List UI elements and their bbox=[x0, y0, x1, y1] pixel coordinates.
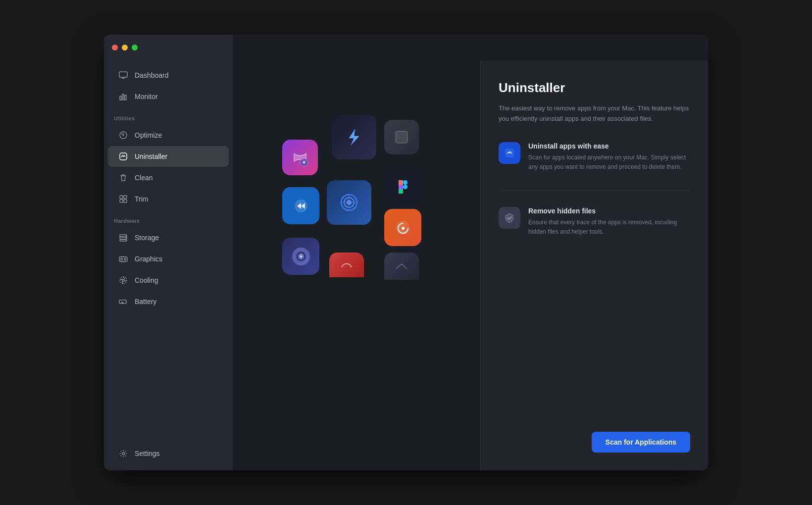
sidebar-item-battery-label: Battery bbox=[135, 298, 156, 305]
close-button[interactable] bbox=[112, 45, 118, 50]
svg-rect-1 bbox=[120, 96, 121, 100]
gear-icon bbox=[118, 448, 129, 459]
app-icon-bolt[interactable] bbox=[332, 115, 376, 159]
main-window: Dashboard Monitor Utilities bbox=[104, 35, 708, 470]
sidebar-item-clean[interactable]: Clean bbox=[108, 167, 229, 188]
sidebar-item-optimize-label: Optimize bbox=[135, 131, 162, 139]
apps-display bbox=[233, 60, 480, 470]
app-icon-quill[interactable] bbox=[282, 140, 318, 175]
svg-rect-8 bbox=[124, 196, 127, 199]
svg-rect-28 bbox=[399, 189, 403, 194]
app-icon-teamviewer[interactable] bbox=[282, 187, 319, 224]
main-header bbox=[233, 35, 708, 60]
minimize-button[interactable] bbox=[122, 45, 128, 50]
feature-uninstall-title: Uninstall apps with ease bbox=[528, 142, 690, 150]
gpu-icon bbox=[118, 253, 129, 264]
feature-uninstall-desc: Scan for apps located anywhere on your M… bbox=[528, 153, 690, 172]
svg-rect-18 bbox=[124, 258, 126, 260]
trash-icon bbox=[118, 172, 129, 183]
svg-rect-24 bbox=[396, 131, 407, 143]
feature-hidden-text: Remove hidden files Ensure that every tr… bbox=[528, 207, 690, 237]
sidebar-item-dashboard-label: Dashboard bbox=[135, 71, 169, 79]
svg-rect-9 bbox=[120, 200, 123, 202]
sidebar-navigation: Dashboard Monitor Utilities bbox=[104, 60, 233, 437]
sidebar-bottom: Settings bbox=[104, 437, 233, 470]
titlebar bbox=[104, 35, 233, 60]
panel-title: Uninstaller bbox=[499, 80, 690, 96]
app-icon-screentime[interactable] bbox=[384, 209, 421, 246]
svg-rect-26 bbox=[403, 180, 407, 185]
svg-point-14 bbox=[125, 235, 126, 236]
sidebar-item-graphics-label: Graphics bbox=[135, 255, 162, 263]
sidebar-item-uninstaller[interactable]: Uninstaller bbox=[108, 146, 229, 167]
feature-hidden-desc: Ensure that every trace of the apps is r… bbox=[528, 218, 690, 237]
feature-hidden-files: Remove hidden files Ensure that every tr… bbox=[499, 207, 690, 237]
sidebar-item-clean-label: Clean bbox=[135, 174, 153, 182]
app-icon-partial-red[interactable] bbox=[329, 252, 364, 277]
svg-rect-2 bbox=[122, 94, 124, 100]
sidebar-item-storage[interactable]: Storage bbox=[108, 227, 229, 248]
grid-icon bbox=[118, 194, 129, 204]
hardware-section-label: Hardware bbox=[104, 210, 233, 227]
svg-point-5 bbox=[123, 135, 124, 136]
svg-rect-17 bbox=[121, 258, 122, 260]
feature-uninstall-ease: Uninstall apps with ease Scan for apps l… bbox=[499, 142, 690, 172]
content-area: Uninstaller The easiest way to remove ap… bbox=[233, 60, 708, 470]
sidebar-item-trim[interactable]: Trim bbox=[108, 189, 229, 209]
sidebar: Dashboard Monitor Utilities bbox=[104, 35, 233, 470]
sidebar-item-graphics[interactable]: Graphics bbox=[108, 249, 229, 269]
app-icon-partial-dark[interactable] bbox=[384, 252, 419, 280]
app-store-icon bbox=[118, 151, 129, 162]
app-icon-signals[interactable] bbox=[282, 238, 319, 275]
svg-point-20 bbox=[120, 277, 127, 284]
svg-point-19 bbox=[122, 279, 124, 281]
sidebar-item-monitor[interactable]: Monitor bbox=[108, 86, 229, 107]
sidebar-item-optimize[interactable]: Optimize bbox=[108, 125, 229, 146]
svg-rect-0 bbox=[119, 72, 127, 77]
fan-icon bbox=[118, 275, 129, 286]
svg-point-29 bbox=[403, 185, 407, 189]
maximize-button[interactable] bbox=[132, 45, 138, 50]
sidebar-item-settings[interactable]: Settings bbox=[108, 443, 229, 464]
app-icon-mlx[interactable] bbox=[327, 180, 371, 225]
sidebar-item-uninstaller-label: Uninstaller bbox=[135, 152, 167, 160]
speedometer-icon bbox=[118, 130, 129, 141]
utilities-section-label: Utilities bbox=[104, 107, 233, 124]
feature-icon-appstore bbox=[499, 142, 520, 164]
svg-rect-10 bbox=[124, 200, 127, 202]
panel-divider bbox=[499, 191, 690, 191]
svg-point-39 bbox=[300, 255, 302, 257]
svg-point-22 bbox=[122, 453, 125, 455]
svg-point-15 bbox=[125, 238, 126, 239]
battery-icon bbox=[118, 296, 129, 307]
feature-icon-shield bbox=[499, 207, 520, 229]
svg-rect-7 bbox=[120, 196, 123, 199]
svg-rect-27 bbox=[399, 185, 403, 189]
app-icon-figma[interactable] bbox=[384, 168, 421, 205]
feature-uninstall-text: Uninstall apps with ease Scan for apps l… bbox=[528, 142, 690, 172]
sidebar-item-battery[interactable]: Battery bbox=[108, 291, 229, 312]
sidebar-item-trim-label: Trim bbox=[135, 195, 148, 203]
bar-chart-icon bbox=[118, 91, 129, 102]
storage-icon bbox=[118, 232, 129, 243]
svg-rect-13 bbox=[120, 240, 127, 241]
sidebar-item-dashboard[interactable]: Dashboard bbox=[108, 65, 229, 86]
svg-rect-3 bbox=[125, 95, 126, 100]
panel-description: The easiest way to remove apps from your… bbox=[499, 103, 690, 124]
app-icon-gray[interactable] bbox=[384, 120, 419, 154]
monitor-icon bbox=[118, 70, 129, 81]
main-content: Uninstaller The easiest way to remove ap… bbox=[233, 35, 708, 470]
sidebar-item-settings-label: Settings bbox=[135, 450, 160, 457]
info-panel: Uninstaller The easiest way to remove ap… bbox=[480, 60, 708, 470]
svg-rect-25 bbox=[399, 180, 403, 185]
sidebar-item-cooling[interactable]: Cooling bbox=[108, 270, 229, 291]
feature-hidden-title: Remove hidden files bbox=[528, 207, 690, 215]
sidebar-item-cooling-label: Cooling bbox=[135, 276, 158, 284]
sidebar-item-storage-label: Storage bbox=[135, 234, 159, 242]
sidebar-item-monitor-label: Monitor bbox=[135, 93, 158, 101]
scan-for-applications-button[interactable]: Scan for Applications bbox=[592, 432, 690, 453]
svg-point-36 bbox=[402, 227, 405, 230]
